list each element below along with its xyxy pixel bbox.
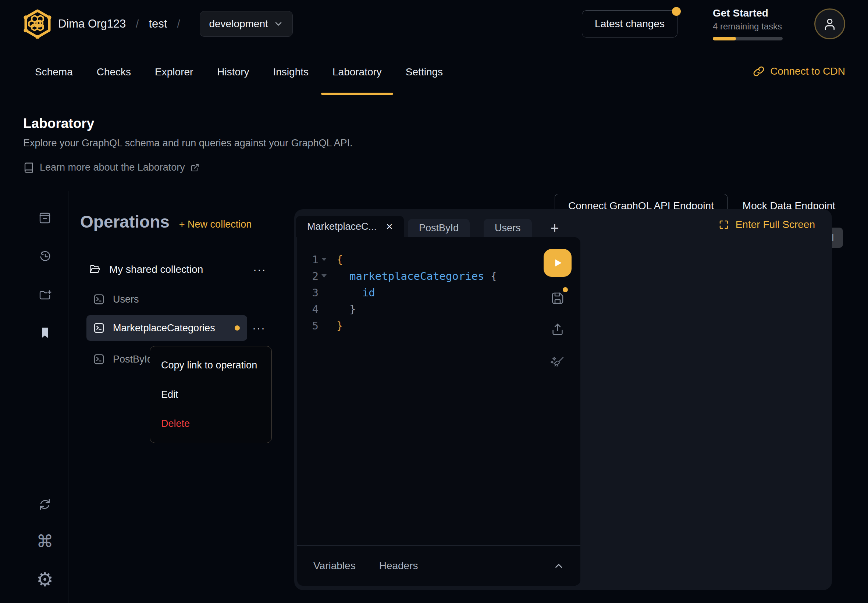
target-nav-tabs: Schema Checks Explorer History Insights …	[23, 48, 443, 95]
connect-to-cdn-link[interactable]: Connect to CDN	[753, 48, 845, 95]
learn-more-link[interactable]: Learn more about the Laboratory	[23, 162, 868, 173]
operation-icon	[93, 322, 105, 334]
operation-label: MarketplaceCategories	[113, 322, 215, 334]
user-icon	[822, 17, 837, 31]
get-started-subtitle: 4 remaining tasks	[713, 21, 783, 32]
run-query-button[interactable]	[544, 249, 572, 277]
tab-laboratory[interactable]: Laboratory	[333, 66, 382, 95]
enter-full-screen-button[interactable]: Enter Full Screen	[718, 219, 815, 230]
breadcrumb-org[interactable]: Dima Org123	[58, 17, 126, 31]
tab-variables[interactable]: Variables	[313, 560, 356, 572]
book-icon	[23, 162, 34, 173]
unsaved-changes-dot	[235, 325, 240, 331]
share-icon	[550, 322, 565, 337]
settings-gear-icon[interactable]: ⚙	[37, 572, 52, 587]
operation-more-options-icon[interactable]: ···	[252, 315, 266, 341]
app-header: Dima Org123 / test / development Latest …	[0, 0, 868, 48]
latest-changes-button[interactable]: Latest changes	[582, 10, 678, 37]
menu-item-copy-link[interactable]: Copy link to operation	[150, 351, 271, 380]
editor-tab-label: PostById	[419, 223, 459, 234]
target-nav: Schema Checks Explorer History Insights …	[0, 48, 868, 95]
code-line: 2 marketplaceCategories {	[297, 267, 580, 284]
operations-header: Operations + New collection	[80, 212, 252, 232]
external-link-icon	[190, 163, 200, 172]
new-folder-icon[interactable]	[37, 288, 52, 303]
add-tab-icon[interactable]: +	[546, 219, 563, 237]
editor-tabs-row: MarketplaceC... × PostById Users +	[294, 209, 832, 237]
fold-arrow-icon[interactable]	[319, 258, 330, 261]
keyboard-shortcuts-icon[interactable]: ⌘	[37, 534, 52, 549]
header-right: Latest changes Get Started 4 remaining t…	[582, 7, 845, 40]
editor-tab-label: MarketplaceC...	[307, 221, 377, 232]
code-area[interactable]: 1 { 2 marketplaceCategories { 3 id 4	[297, 251, 580, 334]
prettify-button[interactable]	[549, 354, 566, 370]
enter-full-screen-label: Enter Full Screen	[736, 219, 815, 230]
editor-tab-users[interactable]: Users	[484, 219, 532, 237]
code-line: 1 {	[297, 251, 580, 267]
tab-headers[interactable]: Headers	[379, 560, 418, 572]
laboratory-panel: MarketplaceC... × PostById Users +	[294, 209, 832, 590]
unsaved-changes-dot	[563, 287, 568, 292]
fullscreen-icon	[718, 219, 729, 230]
menu-item-delete[interactable]: Delete	[150, 409, 271, 438]
breadcrumb-project[interactable]: test	[149, 17, 167, 31]
menu-item-edit[interactable]: Edit	[150, 380, 271, 409]
query-editor[interactable]: 1 { 2 marketplaceCategories { 3 id 4	[297, 237, 580, 586]
breadcrumb-separator: /	[177, 18, 180, 30]
editor-tab-marketplace[interactable]: MarketplaceC... ×	[296, 216, 404, 237]
get-started-title: Get Started	[713, 7, 783, 19]
page-title: Laboratory	[23, 116, 868, 131]
bookmark-icon[interactable]	[37, 325, 52, 340]
page-subtitle: Explore your GraphQL schema and run quer…	[23, 138, 868, 149]
operation-item-marketplace-categories[interactable]: MarketplaceCategories	[87, 315, 247, 341]
operation-icon	[93, 294, 105, 305]
tab-checks[interactable]: Checks	[97, 66, 131, 95]
refresh-schema-icon[interactable]	[37, 497, 52, 512]
share-operation-button[interactable]	[550, 322, 565, 337]
prettify-broom-icon	[549, 354, 566, 370]
editor-actions	[543, 249, 572, 370]
operations-title: Operations	[80, 212, 170, 232]
learn-more-label: Learn more about the Laboratory	[40, 162, 185, 173]
environment-selector[interactable]: development	[200, 11, 292, 37]
get-started-progress-fill	[713, 37, 736, 40]
tab-insights[interactable]: Insights	[273, 66, 309, 95]
connect-to-cdn-label: Connect to CDN	[770, 65, 845, 77]
collapse-panel-chevron-icon[interactable]	[553, 560, 564, 571]
editor-bottom-bar: Variables Headers	[297, 545, 580, 586]
latest-changes-label: Latest changes	[595, 18, 665, 29]
code-line: 4 }	[297, 301, 580, 317]
operation-label: Users	[113, 294, 139, 305]
operation-item-post-by-id[interactable]: PostById	[93, 349, 153, 369]
notification-dot	[672, 7, 681, 16]
collection-more-options-icon[interactable]: ···	[253, 263, 266, 276]
line-number: 2	[297, 270, 319, 282]
operation-item-users[interactable]: Users	[93, 290, 139, 309]
history-icon[interactable]	[37, 249, 52, 264]
collection-name: My shared collection	[109, 264, 203, 275]
editor-tab-postbyid[interactable]: PostById	[408, 219, 470, 237]
chevron-down-icon	[273, 19, 283, 29]
laboratory-screen: Dima Org123 / test / development Latest …	[0, 0, 868, 173]
collection-header[interactable]: My shared collection ···	[88, 260, 266, 279]
operation-label: PostById	[113, 354, 153, 365]
collections-icon[interactable]	[37, 211, 52, 226]
code-line: 5 }	[297, 317, 580, 334]
hive-logo-icon[interactable]	[23, 9, 52, 39]
laboratory-side-rail: ⌘ ⚙	[0, 191, 68, 603]
new-collection-button[interactable]: + New collection	[179, 219, 252, 230]
environment-selector-value: development	[209, 18, 268, 30]
close-icon[interactable]: ×	[386, 221, 393, 232]
fold-arrow-icon[interactable]	[319, 274, 330, 278]
tab-settings[interactable]: Settings	[406, 66, 443, 95]
line-number: 5	[297, 320, 319, 332]
get-started-progress	[713, 37, 783, 40]
user-avatar[interactable]	[814, 8, 845, 39]
breadcrumb-separator: /	[136, 18, 139, 30]
tab-history[interactable]: History	[217, 66, 249, 95]
get-started-widget[interactable]: Get Started 4 remaining tasks	[713, 7, 783, 40]
code-line: 3 id	[297, 284, 580, 301]
tab-schema[interactable]: Schema	[35, 66, 73, 95]
tab-explorer[interactable]: Explorer	[155, 66, 193, 95]
save-operation-button[interactable]	[549, 290, 566, 306]
